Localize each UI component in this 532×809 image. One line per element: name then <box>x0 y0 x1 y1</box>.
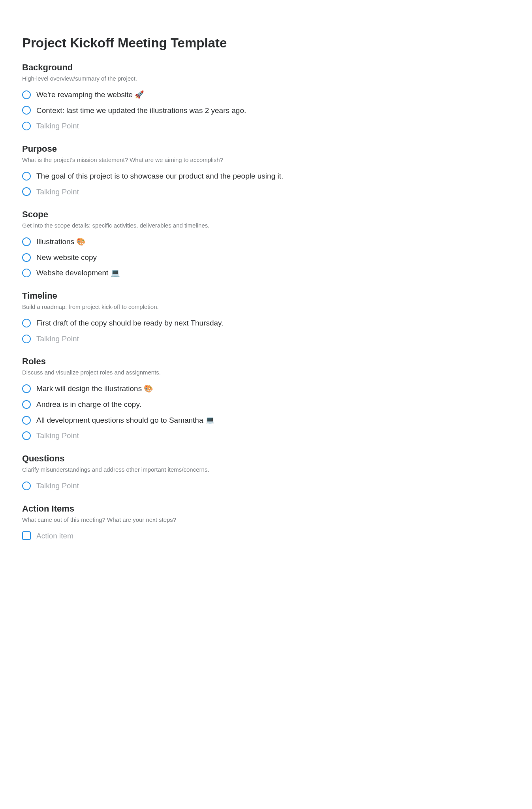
section-heading-scope: Scope <box>22 209 374 220</box>
section-action-items: Action Items What came out of this meeti… <box>22 504 374 541</box>
section-desc-roles: Discuss and visualize project roles and … <box>22 368 374 376</box>
radio-circle-icon[interactable] <box>22 416 31 425</box>
talking-point-item[interactable]: All development questions should go to S… <box>22 415 374 425</box>
talking-point-placeholder-text[interactable]: Talking Point <box>36 121 79 131</box>
section-desc-purpose: What is the project's mission statement?… <box>22 156 374 164</box>
radio-circle-icon[interactable] <box>22 482 31 490</box>
section-desc-timeline: Build a roadmap: from project kick-off t… <box>22 303 374 311</box>
section-desc-action-items: What came out of this meeting? What are … <box>22 516 374 524</box>
radio-circle-icon[interactable] <box>22 253 31 262</box>
radio-circle-icon[interactable] <box>22 90 31 99</box>
radio-circle-icon[interactable] <box>22 187 31 196</box>
talking-point-item[interactable]: Mark will design the illustrations 🎨 <box>22 384 374 394</box>
talking-point-placeholder[interactable]: Talking Point <box>22 431 374 441</box>
talking-point-text[interactable]: Website development 💻 <box>36 268 120 278</box>
radio-circle-icon[interactable] <box>22 431 31 440</box>
talking-point-placeholder[interactable]: Talking Point <box>22 481 374 491</box>
radio-circle-icon[interactable] <box>22 172 31 181</box>
talking-point-item[interactable]: Illustrations 🎨 <box>22 237 374 247</box>
talking-point-text[interactable]: New website copy <box>36 252 97 263</box>
talking-point-placeholder-text[interactable]: Talking Point <box>36 334 79 344</box>
section-heading-purpose: Purpose <box>22 144 374 154</box>
talking-point-text[interactable]: The goal of this project is to showcase … <box>36 171 283 181</box>
talking-point-text[interactable]: First draft of the copy should be ready … <box>36 318 224 328</box>
section-desc-background: High-level overview/summary of the proje… <box>22 74 374 83</box>
talking-point-placeholder-text[interactable]: Talking Point <box>36 187 79 197</box>
talking-point-item[interactable]: New website copy <box>22 252 374 263</box>
section-desc-questions: Clarify misunderstandings and address ot… <box>22 465 374 474</box>
page: Project Kickoff Meeting Template Backgro… <box>0 0 396 577</box>
section-heading-action-items: Action Items <box>22 504 374 514</box>
talking-point-placeholder[interactable]: Talking Point <box>22 187 374 197</box>
section-roles: Roles Discuss and visualize project role… <box>22 356 374 441</box>
section-purpose: Purpose What is the project's mission st… <box>22 144 374 197</box>
radio-circle-icon[interactable] <box>22 106 31 115</box>
talking-point-placeholder-text[interactable]: Talking Point <box>36 481 79 491</box>
talking-point-text[interactable]: Context: last time we updated the illust… <box>36 105 246 116</box>
action-item-placeholder[interactable]: Action item <box>22 531 374 541</box>
talking-point-item[interactable]: We're revamping the website 🚀 <box>22 90 374 100</box>
checkbox-icon[interactable] <box>22 531 31 540</box>
section-heading-roles: Roles <box>22 356 374 367</box>
talking-point-text[interactable]: Illustrations 🎨 <box>36 237 86 247</box>
action-item-placeholder-text[interactable]: Action item <box>36 531 73 541</box>
talking-point-item[interactable]: Context: last time we updated the illust… <box>22 105 374 116</box>
talking-point-text[interactable]: All development questions should go to S… <box>36 415 215 425</box>
section-heading-timeline: Timeline <box>22 291 374 301</box>
talking-point-text[interactable]: Andrea is in charge of the copy. <box>36 399 141 410</box>
talking-point-item[interactable]: First draft of the copy should be ready … <box>22 318 374 328</box>
section-heading-background: Background <box>22 62 374 73</box>
radio-circle-icon[interactable] <box>22 269 31 277</box>
section-scope: Scope Get into the scope details: specif… <box>22 209 374 278</box>
radio-circle-icon[interactable] <box>22 384 31 393</box>
section-questions: Questions Clarify misunderstandings and … <box>22 453 374 491</box>
talking-point-text[interactable]: Mark will design the illustrations 🎨 <box>36 384 153 394</box>
section-background: Background High-level overview/summary o… <box>22 62 374 131</box>
radio-circle-icon[interactable] <box>22 122 31 130</box>
talking-point-placeholder-text[interactable]: Talking Point <box>36 431 79 441</box>
talking-point-text[interactable]: We're revamping the website 🚀 <box>36 90 144 100</box>
talking-point-item[interactable]: Andrea is in charge of the copy. <box>22 399 374 410</box>
page-title: Project Kickoff Meeting Template <box>22 36 374 51</box>
talking-point-placeholder[interactable]: Talking Point <box>22 121 374 131</box>
radio-circle-icon[interactable] <box>22 319 31 327</box>
section-heading-questions: Questions <box>22 453 374 464</box>
radio-circle-icon[interactable] <box>22 335 31 343</box>
talking-point-placeholder[interactable]: Talking Point <box>22 334 374 344</box>
radio-circle-icon[interactable] <box>22 400 31 409</box>
radio-circle-icon[interactable] <box>22 237 31 246</box>
section-desc-scope: Get into the scope details: specific act… <box>22 221 374 230</box>
talking-point-item[interactable]: Website development 💻 <box>22 268 374 278</box>
talking-point-item[interactable]: The goal of this project is to showcase … <box>22 171 374 181</box>
section-timeline: Timeline Build a roadmap: from project k… <box>22 291 374 344</box>
